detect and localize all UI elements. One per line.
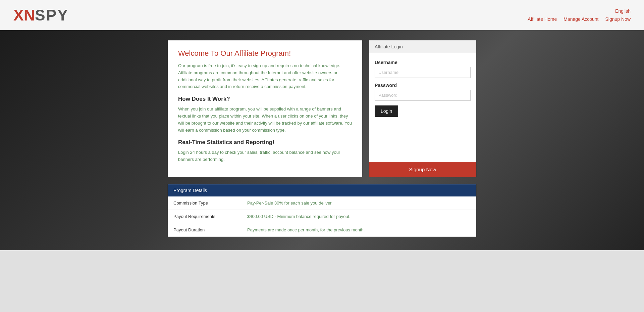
row-label: Payout Requirements (168, 210, 242, 223)
table-row: Commission Type Pay-Per-Sale 30% for eac… (168, 196, 476, 210)
background-area: Welcome To Our Affiliate Program! Our pr… (0, 30, 644, 250)
login-button[interactable]: Login (375, 105, 398, 117)
main-container: Welcome To Our Affiliate Program! Our pr… (161, 30, 483, 250)
welcome-title: Welcome To Our Affiliate Program! (178, 49, 352, 58)
login-form: Username Password Login (369, 53, 476, 162)
stats-title: Real-Time Statistics and Reporting! (178, 139, 352, 146)
username-label: Username (375, 60, 471, 65)
signup-button[interactable]: Signup Now (369, 162, 476, 177)
table-row: Payout Duration Payments are made once p… (168, 223, 476, 236)
logo-xn: XN (13, 7, 35, 23)
password-label: Password (375, 83, 471, 88)
row-label: Payout Duration (168, 223, 242, 236)
login-panel-header: Affiliate Login (369, 41, 476, 53)
nav-manage-account[interactable]: Manage Account (564, 16, 598, 22)
info-panel: Welcome To Our Affiliate Program! Our pr… (168, 40, 362, 177)
content-wrapper: Welcome To Our Affiliate Program! Our pr… (168, 40, 476, 177)
page-header: XN SPY English Affiliate Home Manage Acc… (0, 0, 644, 30)
username-input[interactable] (375, 67, 471, 78)
row-label: Commission Type (168, 196, 242, 210)
row-value: Payments are made once per month, for th… (242, 223, 476, 236)
how-it-works-title: How Does It Work? (178, 96, 352, 102)
login-panel: Affiliate Login Username Password Login … (369, 40, 476, 177)
table-row: Payout Requirements $400.00 USD - Minimu… (168, 210, 476, 223)
stats-text: Login 24 hours a day to check your sales… (178, 149, 352, 163)
intro-text: Our program is free to join, it's easy t… (178, 62, 352, 90)
row-value: $400.00 USD - Minimum balance required f… (242, 210, 476, 223)
logo-spy: SPY (35, 7, 69, 23)
language-link[interactable]: English (615, 8, 631, 14)
details-table: Commission Type Pay-Per-Sale 30% for eac… (168, 196, 476, 236)
program-details-header: Program Details (168, 184, 476, 196)
nav-affiliate-home[interactable]: Affiliate Home (528, 16, 557, 22)
how-it-works-text: When you join our affiliate program, you… (178, 106, 352, 134)
row-value: Pay-Per-Sale 30% for each sale you deliv… (242, 196, 476, 210)
nav-signup-now[interactable]: Signup Now (605, 16, 631, 22)
program-details: Program Details Commission Type Pay-Per-… (168, 184, 476, 237)
password-input[interactable] (375, 90, 471, 101)
top-nav: English Affiliate Home Manage Account Si… (528, 8, 631, 22)
logo: XN SPY (13, 7, 69, 23)
